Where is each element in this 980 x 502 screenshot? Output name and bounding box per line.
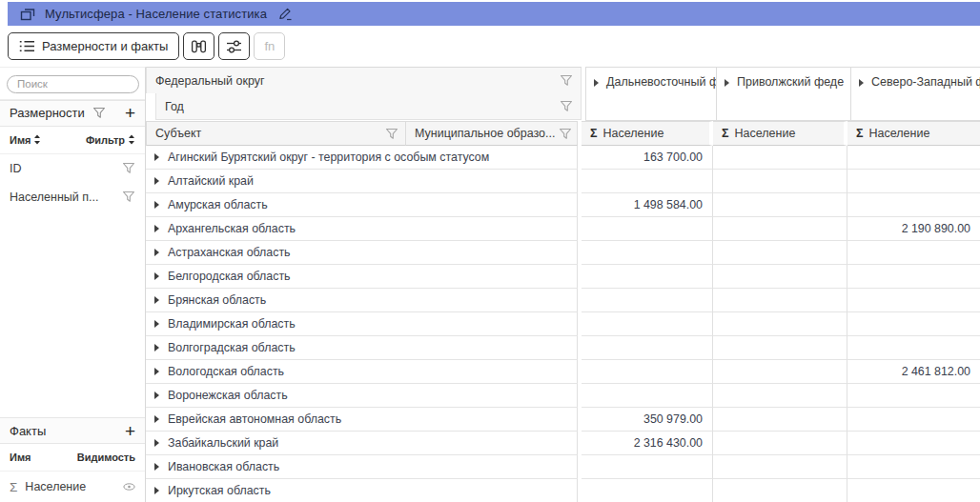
value-cell-northwestern[interactable] bbox=[847, 193, 980, 217]
value-cell-volga[interactable] bbox=[713, 455, 847, 479]
value-cell-far-eastern[interactable] bbox=[582, 336, 713, 360]
value-cell-northwestern[interactable] bbox=[847, 384, 980, 408]
expand-triangle-icon[interactable] bbox=[154, 463, 159, 471]
value-cell-northwestern[interactable] bbox=[847, 241, 980, 265]
value-cell-volga[interactable] bbox=[713, 217, 847, 241]
expand-triangle-icon[interactable] bbox=[154, 272, 159, 280]
expand-triangle-icon[interactable] bbox=[154, 225, 159, 232]
value-cell-volga[interactable] bbox=[713, 193, 847, 217]
value-cell-volga[interactable] bbox=[713, 289, 847, 312]
value-cell-far-eastern[interactable] bbox=[582, 289, 713, 312]
expand-triangle-icon[interactable] bbox=[154, 415, 159, 423]
value-cell-far-eastern[interactable] bbox=[582, 479, 713, 502]
visibility-eye-icon[interactable] bbox=[123, 483, 135, 491]
value-cell-far-eastern[interactable] bbox=[582, 455, 713, 479]
row-header-cell[interactable]: Владимирская область bbox=[146, 312, 578, 336]
expand-triangle-icon[interactable] bbox=[154, 368, 159, 375]
add-dimension-button[interactable]: + bbox=[125, 104, 135, 122]
expand-triangle-icon[interactable] bbox=[154, 249, 159, 256]
filter-icon[interactable] bbox=[555, 128, 572, 140]
value-cell-volga[interactable] bbox=[713, 241, 847, 265]
value-cell-volga[interactable] bbox=[713, 336, 847, 360]
add-fact-button[interactable]: + bbox=[125, 422, 135, 440]
value-cell-northwestern[interactable] bbox=[847, 408, 980, 432]
facts-col-name[interactable]: Имя bbox=[10, 452, 31, 463]
measure-header-population-2[interactable]: Σ Население bbox=[713, 121, 847, 146]
expand-triangle-icon[interactable] bbox=[154, 296, 159, 304]
expand-triangle-icon[interactable] bbox=[154, 320, 159, 328]
row-dim-federal-district[interactable]: Федеральный округ bbox=[146, 67, 582, 93]
row-header-cell[interactable]: Иркутская область bbox=[146, 479, 578, 502]
value-cell-northwestern[interactable]: 2 461 812.00 bbox=[847, 360, 980, 384]
column-header-municipal[interactable]: Муниципальное образо... bbox=[406, 121, 578, 146]
value-cell-volga[interactable] bbox=[713, 170, 847, 193]
value-cell-far-eastern[interactable] bbox=[582, 170, 713, 193]
settings-sliders-button[interactable] bbox=[218, 32, 250, 60]
value-cell-northwestern[interactable] bbox=[847, 312, 980, 336]
expand-triangle-icon[interactable] bbox=[154, 177, 159, 185]
column-group-volga[interactable]: Приволжский феде bbox=[717, 67, 851, 121]
search-binoculars-button[interactable] bbox=[183, 32, 214, 60]
value-cell-far-eastern[interactable] bbox=[582, 217, 713, 241]
row-header-cell[interactable]: Алтайский край bbox=[146, 170, 578, 193]
row-header-cell[interactable]: Воронежская область bbox=[146, 384, 578, 408]
dimensions-col-name[interactable]: Имя bbox=[10, 134, 41, 146]
value-cell-far-eastern[interactable]: 350 979.00 bbox=[582, 408, 713, 432]
filter-icon[interactable] bbox=[122, 191, 135, 203]
row-header-cell[interactable]: Брянская область bbox=[146, 289, 578, 312]
value-cell-far-eastern[interactable] bbox=[582, 312, 713, 336]
expand-triangle-icon[interactable] bbox=[154, 439, 159, 447]
column-group-far-eastern[interactable]: Дальневосточный ф bbox=[585, 67, 717, 121]
value-cell-northwestern[interactable] bbox=[847, 455, 980, 479]
row-header-cell[interactable]: Ивановская область bbox=[146, 455, 578, 479]
filter-icon[interactable] bbox=[92, 107, 106, 119]
value-cell-far-eastern[interactable] bbox=[582, 360, 713, 384]
row-header-cell[interactable]: Белгородская область bbox=[146, 265, 578, 289]
row-header-cell[interactable]: Архангельская область bbox=[146, 217, 578, 241]
measure-header-population-3[interactable]: Σ Население bbox=[847, 121, 980, 146]
value-cell-volga[interactable] bbox=[713, 384, 847, 408]
column-group-northwestern[interactable]: Северо-Западный ф bbox=[851, 67, 980, 121]
value-cell-northwestern[interactable] bbox=[847, 265, 980, 289]
value-cell-far-eastern[interactable]: 2 316 430.00 bbox=[582, 432, 713, 455]
value-cell-northwestern[interactable] bbox=[847, 146, 980, 170]
measure-header-population-1[interactable]: Σ Население bbox=[582, 121, 713, 146]
value-cell-far-eastern[interactable] bbox=[582, 265, 713, 289]
value-cell-volga[interactable] bbox=[713, 146, 847, 170]
dimension-item-settlement[interactable]: Населенный п... bbox=[0, 183, 145, 211]
value-cell-northwestern[interactable] bbox=[847, 289, 980, 312]
value-cell-northwestern[interactable] bbox=[847, 479, 980, 502]
facts-col-visibility[interactable]: Видимость bbox=[77, 452, 135, 463]
expand-triangle-icon[interactable] bbox=[154, 201, 159, 209]
value-cell-volga[interactable] bbox=[713, 479, 847, 502]
expand-triangle-icon[interactable] bbox=[154, 153, 159, 161]
dimension-item-id[interactable]: ID bbox=[0, 154, 145, 183]
expand-triangle-icon[interactable] bbox=[154, 487, 159, 494]
value-cell-far-eastern[interactable]: 163 700.00 bbox=[582, 146, 713, 170]
filter-icon[interactable] bbox=[560, 100, 573, 112]
value-cell-volga[interactable] bbox=[713, 408, 847, 432]
row-header-cell[interactable]: Волгоградская область bbox=[146, 336, 578, 360]
value-cell-far-eastern[interactable] bbox=[582, 384, 713, 408]
filter-icon[interactable] bbox=[381, 128, 398, 140]
row-header-cell[interactable]: Амурская область bbox=[146, 193, 578, 217]
row-header-cell[interactable]: Еврейская автономная область bbox=[146, 408, 578, 432]
row-header-cell[interactable]: Агинский Бурятский округ - территория с … bbox=[146, 146, 578, 170]
value-cell-far-eastern[interactable]: 1 498 584.00 bbox=[582, 193, 713, 217]
expand-triangle-icon[interactable] bbox=[154, 392, 159, 399]
value-cell-northwestern[interactable] bbox=[847, 170, 980, 193]
row-header-cell[interactable]: Астраханская область bbox=[146, 241, 578, 265]
row-dim-year[interactable]: Год bbox=[155, 93, 582, 120]
search-input[interactable] bbox=[7, 75, 139, 93]
fact-item-population[interactable]: Σ Население bbox=[0, 472, 145, 502]
expand-triangle-icon[interactable] bbox=[154, 344, 159, 351]
value-cell-volga[interactable] bbox=[713, 265, 847, 289]
filter-icon[interactable] bbox=[560, 74, 573, 87]
value-cell-northwestern[interactable] bbox=[847, 432, 980, 455]
value-cell-volga[interactable] bbox=[713, 432, 847, 455]
value-cell-far-eastern[interactable] bbox=[582, 241, 713, 265]
dimensions-facts-button[interactable]: Размерности и факты bbox=[8, 32, 179, 60]
value-cell-northwestern[interactable] bbox=[847, 336, 980, 360]
column-header-subject[interactable]: Субъект bbox=[146, 121, 406, 146]
value-cell-volga[interactable] bbox=[713, 312, 847, 336]
